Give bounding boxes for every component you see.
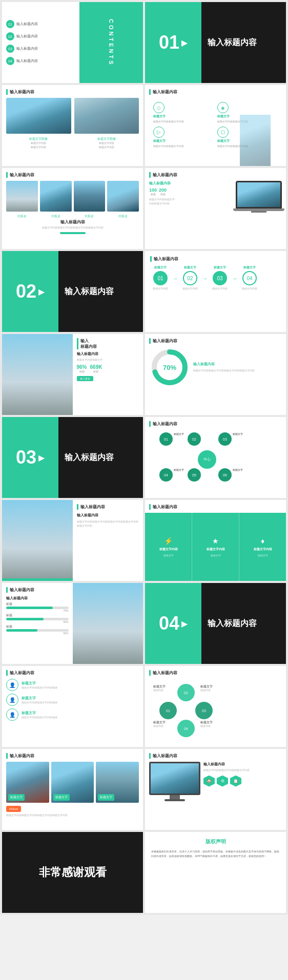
city-alert-area: Notice 标题文字内容标题文字内容标题文字内容标题文字内容: [6, 805, 139, 818]
city-photo-3: 标题文字: [96, 762, 139, 803]
clover-label-3: 标题文字描述内容: [153, 721, 166, 727]
slide-clover: 输入标题内容 02 03 01 04 标题文字描述内容 标题文字描述内容 标题文…: [145, 666, 286, 747]
title-02-text: 输入标题内容: [65, 286, 114, 297]
title-01-num: 01: [159, 32, 179, 53]
person-icon-3: 👤: [6, 708, 18, 721]
title-02-right: 输入标题内容: [58, 251, 143, 332]
slide-two-photos: 输入标题内容 标题文字图像 标题文字内容标题文字内容 标题文字图像 标题文字内容…: [2, 85, 143, 166]
donut-desc: 标题文字内容标题文字内容标题文字内容标题文字内容: [193, 368, 282, 372]
stat-label-3: 标题文字: [153, 139, 214, 143]
petal-right: 03: [195, 702, 213, 719]
slides-grid: 01 输入标题内容 02 输入标题内容 03 输入标题内容 04 输入标题内容 …: [0, 0, 288, 915]
two-photos-header: 输入标题内容: [6, 89, 139, 95]
person-stats-list: 👤 标题文字 描述文字内容描述文字内容描述 👤 标题文字 描述文字内容描述文字内…: [6, 679, 139, 721]
monitor-hex-row: 🏠 ⚙ 📋: [203, 776, 282, 787]
donut-header: 输入标题内容: [149, 338, 282, 344]
monitor-screen-inner: [151, 763, 199, 794]
person-stats-content: 输入标题内容 👤 标题文字 描述文字内容描述文字内容描述 👤 标题文字 描述文字…: [2, 666, 143, 725]
flow-arrow-1: →: [173, 276, 178, 281]
network-label-1: 标题文字: [174, 432, 184, 435]
flow-label-2: 标题文字: [184, 266, 196, 269]
bar-pct-2: 60%: [6, 620, 69, 623]
hex-1: 🏠: [203, 776, 215, 787]
city-photos-content: 输入标题内容 标题文字 标题文字 标题文字: [2, 749, 143, 822]
clover-diagram: 02 03 01 04 标题文字描述内容 标题文字描述内容 标题文字描述内容 标…: [149, 679, 282, 735]
slide-building-left: 输入标题内容 输入标题内容 标题文字内容标题文字内容标题文字内容标题文字内容标题…: [2, 500, 143, 581]
green-box-desc-3: 描述文字: [258, 554, 268, 557]
three-photo-label-2: 代客走: [40, 215, 72, 218]
monitor-foot: [164, 799, 185, 801]
city-label-2: 标题文字: [53, 794, 70, 801]
building-photo-bar: [2, 578, 73, 581]
network-content: 输入标题内容 中心 01 02 03 04 05 06 标题文字 标题文字 标题…: [145, 417, 286, 498]
green-box-label-3: 标题文字内容: [254, 547, 272, 552]
bars-header: 输入标题内容: [6, 587, 69, 593]
title-03-text: 输入标题内容: [65, 452, 114, 463]
title-03-arrow: ▶: [38, 453, 45, 463]
title-03-right: 输入标题内容: [58, 417, 143, 498]
monitor-header: 输入标题内容: [149, 753, 282, 759]
city-notice-text: 标题文字内容标题文字内容标题文字内容标题文字内容: [6, 814, 139, 818]
flow-item-2: 标题文字 02 描述文字内容: [180, 266, 200, 290]
progress-button[interactable]: 输入更多: [77, 376, 93, 381]
photo-building-2: [74, 98, 139, 134]
flow-desc-4: 描述文字内容: [239, 287, 260, 290]
stat-item-3: ▷ 标题文字 标题文字内容标题文字内容: [153, 127, 214, 148]
person-icon-1: 👤: [6, 679, 18, 691]
city-photo-1: 标题文字: [6, 762, 49, 803]
person-icon-2: 👤: [6, 694, 18, 706]
progress-stat-pct: 96% 标题: [77, 364, 87, 373]
bar-3: 标题 50%: [6, 625, 69, 635]
three-photo-label-4: 代客走: [107, 215, 139, 218]
progress-header: 输入标题内容: [77, 338, 139, 349]
clover-header: 输入标题内容: [149, 670, 282, 676]
person-text-1: 标题文字 描述文字内容描述文字内容描述: [22, 681, 57, 689]
flow-items: 标题文字 01 描述文字内容 → 标题文字 02 描述文字内容 → 标题文字 0…: [150, 266, 281, 290]
laptop-content: 输入标题内容 100 标题 200 标题 标题文字内容标题文字内容标题文字内容: [149, 181, 282, 213]
flow-desc-1: 描述文字内容: [150, 287, 171, 290]
slide-contents: 01 输入标题内容 02 输入标题内容 03 输入标题内容 04 输入标题内容 …: [2, 2, 143, 83]
network-center: 中心: [198, 450, 216, 469]
monitor-content: 输入标题内容 输入标题内容 标题文字内容标题文字内容标题文字内容 🏠 ⚙ 📋: [145, 749, 286, 805]
network-node-3: 03: [218, 432, 232, 446]
city-photos-header: 输入标题内容: [6, 753, 139, 759]
network-diagram: 中心 01 02 03 04 05 06 标题文字 标题文字 标题文字 标题文字: [149, 430, 282, 486]
laptop-stand: [251, 211, 266, 213]
contents-text-2: 输入标题内容: [16, 34, 38, 39]
laptop-header: 输入标题内容: [149, 172, 282, 178]
person-desc-2: 描述文字内容描述文字内容描述: [22, 701, 57, 704]
monitor-mockup-element: [149, 762, 200, 801]
photo-labels-row: 代客走 代客走 代客走 代客走: [6, 215, 139, 218]
three-photo-1: [6, 181, 38, 212]
network-node-1: 01: [159, 432, 173, 446]
three-photos-main-title: 输入标题内容: [6, 219, 139, 225]
person-item-2: 👤 标题文字 描述文字内容描述文字内容描述: [6, 694, 139, 706]
laptop-mockup: [236, 181, 282, 213]
network-label-4: 标题文字: [233, 468, 243, 471]
contents-text-4: 输入标题内容: [16, 58, 38, 64]
green-box-label-1: 标题文字内容: [159, 547, 178, 552]
contents-num-4: 04: [6, 57, 14, 65]
stat-desc-1: 标题文字内容标题文字内容: [153, 120, 214, 123]
donut-content: 70% 输入标题内容 标题文字内容标题文字内容标题文字内容标题文字内容: [149, 347, 282, 388]
stat-label-1: 标题文字: [153, 114, 214, 119]
bar-pct-3: 50%: [6, 632, 69, 635]
three-photo-2: [40, 181, 72, 212]
copyright-content: 版权声明 本模板版权归作者所有，仅供个人学习使用，请勿用于商业用途。本模板中涉及…: [145, 832, 286, 864]
slide-03-title: 03 ▶ 输入标题内容: [2, 417, 143, 498]
flow-circle-3: 03: [213, 271, 227, 285]
stat-icon-2: ◈: [217, 102, 229, 113]
network-label-3: 标题文字: [174, 468, 184, 471]
slide-copyright: 版权声明 本模板版权归作者所有，仅供个人学习使用，请勿用于商业用途。本模板中涉及…: [145, 832, 286, 913]
bars-photo: [73, 583, 143, 664]
green-box-label-2: 标题文字内容: [207, 547, 225, 552]
person-label-2: 标题文字: [22, 696, 57, 701]
stats-icons-header: 输入标题内容: [149, 89, 282, 95]
slide-01-title: 01 ▶ 输入标题内容: [145, 2, 286, 83]
flow-label-3: 标题文字: [214, 266, 226, 269]
photo-label-1: 标题文字图像 标题文字内容标题文字内容: [6, 137, 71, 149]
flow-desc-3: 描述文字内容: [210, 287, 230, 290]
donut-info: 输入标题内容 标题文字内容标题文字内容标题文字内容标题文字内容: [193, 362, 282, 372]
title-01-right: 输入标题内容: [201, 2, 286, 83]
three-photo-3: [74, 181, 106, 212]
